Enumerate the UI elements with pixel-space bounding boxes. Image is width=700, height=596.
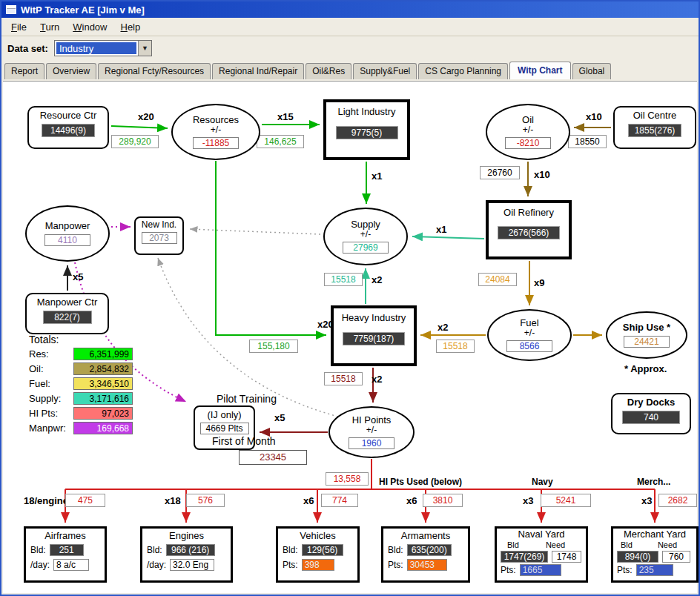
airframes-bld-value: 251 [50, 544, 84, 556]
totals-swatch-fuel: 3,346,510 [73, 377, 133, 390]
naval-yard-bld-header: Bld [507, 540, 519, 549]
combobox-dropdown-button[interactable]: ▼ [138, 41, 151, 56]
fuel-plusminus: +/- [524, 328, 535, 338]
dataset-label: Data set: [7, 43, 48, 54]
mult-naval: x3 [523, 495, 533, 506]
value-oil-refinery: 26760 [480, 166, 520, 179]
fuel-value: 8566 [506, 340, 552, 352]
value-refinery-fuel: 24084 [478, 273, 517, 286]
menu-file[interactable]: File [4, 19, 33, 35]
mult-manpowerctr-manpower: x5 [73, 271, 83, 282]
node-resource-ctr: Resource Ctr 14496(9) [27, 106, 109, 149]
node-manpower-ctr: Manpower Ctr 822(7) [25, 293, 109, 334]
node-oil-centre: Oil Centre 1855(276) [613, 106, 696, 149]
factory-armaments: Armaments Bld: 635(200) Pts: 30453 [381, 526, 470, 583]
mult-resctr-resources: x20 [138, 111, 154, 122]
resources-title: Resources [193, 115, 239, 125]
tab-overview[interactable]: Overview [46, 63, 96, 79]
oil-plusminus: +/- [523, 125, 533, 135]
engines-title: Engines [142, 530, 231, 541]
node-oil: Oil +/- -8210 [486, 104, 570, 160]
mult-merchant: x3 [641, 495, 652, 506]
vehicles-pts-row: Pts: 398 [278, 559, 357, 571]
mult-refinery-fuel: x9 [534, 277, 544, 288]
merchant-yard-values-row: 894(0) 760 [613, 551, 696, 563]
totals-swatch-hipts: 97,023 [73, 407, 133, 420]
totals-swatch-supply: 3,171,616 [73, 392, 133, 405]
window-icon [6, 5, 16, 14]
supply-title: Supply [351, 219, 380, 230]
totals-row-oil: Oil: 2,854,832 [29, 362, 133, 375]
tab-bar: Report Overview Regional Fcty/Resources … [1, 60, 699, 79]
merchant-yard-title: Merchant Yard [613, 529, 696, 540]
tab-report[interactable]: Report [4, 63, 44, 79]
new-ind-title: New Ind. [142, 220, 176, 230]
title-bar[interactable]: WitP Tracker AE [Jim v Me] [1, 1, 699, 18]
tab-cs-cargo-planning[interactable]: CS Cargo Planning [418, 63, 508, 79]
chevron-down-icon: ▼ [142, 44, 148, 52]
naval-yard-pts-row: Pts: 1665 [497, 564, 586, 576]
merchant-yard-headers: Bld Need [613, 540, 696, 549]
naval-yard-bld-value: 1747(269) [501, 551, 548, 563]
totals-label-manpwr: Manpwr: [29, 423, 73, 434]
tab-oil-res[interactable]: Oil&Res [306, 63, 351, 79]
airframes-day-value: 8 a/c [53, 559, 89, 571]
oil-refinery-value: 2676(566) [498, 226, 560, 239]
node-new-ind: New Ind. 2073 [134, 216, 184, 255]
engines-day-row: /day: 32.0 Eng [142, 559, 231, 571]
value-oilcentre-oil: 18550 [568, 135, 607, 148]
engines-day-value: 32.0 Eng [170, 559, 214, 571]
mult-heavy-supply: x2 [372, 274, 382, 285]
menu-turn[interactable]: Turn [33, 19, 66, 35]
vehicles-pts-value: 398 [302, 559, 334, 571]
pilot-training-title: (IJ only) [207, 410, 241, 420]
airframes-day-row: /day: 8 a/c [26, 559, 105, 571]
totals-row-res: Res: 6,351,999 [29, 348, 133, 360]
naval-yard-values-row: 1747(269) 1748 [497, 551, 586, 563]
tab-regional-fcty-resources[interactable]: Regional Fcty/Resources [98, 63, 211, 79]
tab-supply-fuel[interactable]: Supply&Fuel [353, 63, 417, 79]
tab-global[interactable]: Global [572, 63, 612, 79]
value-hi-pts-used: 13,558 [326, 472, 369, 486]
dataset-row: Data set: Industry ▼ [1, 36, 699, 60]
naval-yard-need-header: Need [546, 540, 565, 549]
node-fuel: Fuel +/- 8566 [487, 309, 572, 361]
ship-use-approx-note: * Approx. [624, 363, 667, 374]
menu-window[interactable]: Window [66, 19, 113, 35]
first-of-month-label: First of Month [212, 435, 276, 447]
first-of-month-value: 23345 [239, 450, 307, 465]
armaments-bld-row: Bld: 635(200) [383, 544, 468, 556]
node-dry-docks: Dry Docks 740 [611, 393, 691, 434]
oil-value: -8210 [505, 137, 551, 149]
tab-regional-ind-repair[interactable]: Regional Ind/Repair [212, 63, 304, 79]
factory-naval-yard: Naval Yard Bld Need 1747(269) 1748 Pts: … [495, 526, 588, 583]
light-industry-value: 9775(5) [336, 126, 398, 139]
menu-bar: File Turn Window Help [1, 18, 699, 36]
totals-label-res: Res: [29, 348, 73, 360]
resources-plusminus: +/- [211, 125, 221, 135]
node-light-industry: Light Industry 9775(5) [323, 99, 410, 160]
totals-row-manpwr: Manpwr: 169,668 [29, 422, 133, 434]
new-ind-value: 2073 [142, 232, 177, 244]
naval-yard-pts-label: Pts: [501, 565, 516, 575]
heavy-industry-title: Heavy Industry [342, 313, 406, 323]
heavy-industry-value: 7759(187) [343, 332, 405, 345]
manpower-value: 4110 [44, 234, 90, 246]
menu-help[interactable]: Help [113, 19, 147, 35]
value-to-airframes: 475 [65, 494, 105, 507]
value-to-naval: 5241 [541, 494, 591, 507]
label-merch: Merch... [637, 477, 670, 487]
armaments-bld-label: Bld: [388, 545, 403, 555]
mult-light-supply: x1 [372, 170, 382, 182]
supply-value: 27969 [343, 242, 389, 254]
merchant-yard-bld-value: 894(0) [617, 551, 658, 563]
window-title: WitP Tracker AE [Jim v Me] [21, 4, 145, 16]
value-heavy-supply: 15518 [324, 273, 363, 286]
vehicles-pts-label: Pts: [283, 560, 298, 570]
dataset-combobox[interactable]: Industry ▼ [54, 40, 152, 56]
oil-centre-title: Oil Centre [633, 110, 677, 121]
tab-witp-chart[interactable]: Witp Chart [509, 62, 571, 79]
value-resctr-resources: 289,920 [111, 135, 159, 148]
airframes-bld-row: Bld: 251 [26, 544, 105, 556]
merchant-yard-pts-label: Pts: [617, 565, 633, 575]
